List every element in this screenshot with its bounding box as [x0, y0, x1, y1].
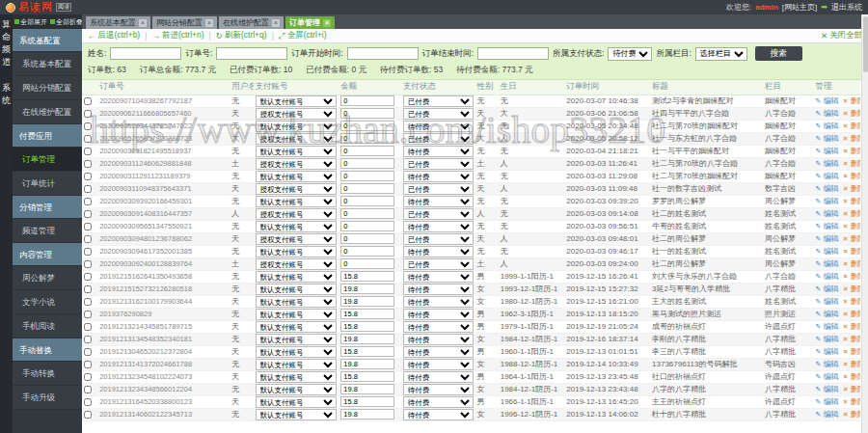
- delete-link[interactable]: ✕ 删除: [843, 209, 860, 218]
- pay-account-select[interactable]: 默认支付账号: [256, 196, 338, 207]
- amount-input[interactable]: [340, 171, 394, 181]
- row-checkbox[interactable]: [84, 361, 92, 368]
- pay-account-select[interactable]: 默认支付账号: [256, 346, 338, 358]
- pay-status-select[interactable]: 待付费: [403, 246, 474, 257]
- sidebar-group-header[interactable]: 手动替换: [13, 338, 82, 362]
- edit-link[interactable]: ✎ 编辑: [816, 222, 839, 230]
- pay-status-select[interactable]: 待付费: [403, 146, 474, 157]
- row-checkbox[interactable]: [84, 248, 92, 256]
- row-checkbox[interactable]: [84, 298, 92, 306]
- sidebar-group-header[interactable]: 内容管理: [13, 243, 82, 266]
- edit-link[interactable]: ✎ 编辑: [816, 360, 839, 368]
- pay-account-select[interactable]: 默认支付账号: [256, 95, 338, 107]
- pay-account-select[interactable]: 默认支付账号: [256, 321, 338, 333]
- row-checkbox[interactable]: [84, 173, 92, 180]
- amount-input[interactable]: [340, 208, 394, 219]
- expand-all-button[interactable]: 全部展开: [14, 17, 47, 27]
- edit-link[interactable]: ✎ 编辑: [816, 272, 839, 281]
- edit-link[interactable]: ✎ 编辑: [816, 147, 839, 155]
- pay-account-select[interactable]: 授权支付账号: [256, 258, 338, 270]
- delete-link[interactable]: ✕ 删除: [843, 259, 860, 268]
- edit-link[interactable]: ✎ 编辑: [816, 234, 839, 243]
- pay-status-select[interactable]: 待付费: [403, 221, 474, 232]
- amount-input[interactable]: [340, 309, 394, 319]
- row-checkbox[interactable]: [84, 373, 92, 381]
- pay-status-select[interactable]: 待付费: [403, 171, 474, 182]
- pay-account-select[interactable]: 默认支付账号: [256, 371, 338, 383]
- row-checkbox[interactable]: [84, 411, 92, 419]
- back-button[interactable]: ←后退(ctrl+b): [88, 30, 140, 41]
- row-checkbox[interactable]: [84, 323, 92, 331]
- name-input[interactable]: [110, 47, 181, 60]
- pay-account-select[interactable]: 授权支付账号: [256, 183, 338, 195]
- row-checkbox[interactable]: [84, 198, 92, 205]
- delete-link[interactable]: ✕ 删除: [843, 222, 860, 230]
- amount-input[interactable]: [340, 271, 394, 282]
- sidebar-item[interactable]: 在线维护配置: [13, 100, 82, 124]
- pay-status-select[interactable]: 待付费: [403, 396, 474, 408]
- row-checkbox[interactable]: [84, 185, 92, 193]
- edit-link[interactable]: ✎ 编辑: [816, 109, 839, 118]
- edit-link[interactable]: ✎ 编辑: [816, 134, 839, 143]
- search-button[interactable]: 搜索: [755, 46, 802, 61]
- row-checkbox[interactable]: [84, 273, 92, 281]
- row-checkbox[interactable]: [84, 336, 92, 343]
- edit-link[interactable]: ✎ 编辑: [816, 197, 839, 205]
- pay-status-select[interactable]: 待付费: [403, 309, 474, 320]
- pay-account-select[interactable]: 默认支付账号: [256, 396, 338, 408]
- pay-account-select[interactable]: 默认支付账号: [256, 146, 338, 157]
- edit-link[interactable]: ✎ 编辑: [816, 410, 839, 419]
- pay-status-select[interactable]: 待付费: [403, 359, 474, 370]
- table-scrollbar[interactable]: [861, 14, 868, 433]
- tab-close-icon[interactable]: ×: [139, 19, 147, 27]
- pay-status-select[interactable]: 待付费: [403, 296, 474, 308]
- sidebar-item[interactable]: 网站分销配置: [13, 76, 82, 100]
- amount-input[interactable]: [340, 246, 394, 257]
- sidebar-group-header[interactable]: 分销管理: [13, 196, 82, 219]
- pay-status-select[interactable]: 待付费: [403, 371, 474, 383]
- delete-link[interactable]: ✕ 删除: [843, 297, 860, 306]
- amount-input[interactable]: [340, 396, 394, 407]
- pay-account-select[interactable]: 授权支付账号: [256, 233, 338, 245]
- amount-input[interactable]: [340, 233, 394, 244]
- amount-input[interactable]: [340, 146, 394, 156]
- row-checkbox[interactable]: [84, 285, 92, 293]
- pay-status-select[interactable]: 待付费: [403, 121, 474, 132]
- pay-account-select[interactable]: 默认支付账号: [256, 171, 338, 182]
- delete-link[interactable]: ✕ 删除: [843, 184, 860, 193]
- pay-status-select[interactable]: 已付费: [403, 208, 474, 220]
- edit-link[interactable]: ✎ 编辑: [816, 122, 839, 130]
- pay-status-select[interactable]: 待付费: [403, 196, 474, 207]
- pay-account-select[interactable]: 默认支付账号: [256, 359, 338, 370]
- amount-input[interactable]: [340, 158, 394, 169]
- sidebar-item[interactable]: 手动转换: [13, 362, 82, 386]
- pay-account-select[interactable]: 默认支付账号: [256, 121, 338, 132]
- fullscreen-button[interactable]: ⤢全屏(ctrl+i): [279, 30, 327, 41]
- close-all-button[interactable]: ✕关闭全部: [821, 30, 862, 41]
- row-checkbox[interactable]: [84, 160, 92, 168]
- amount-input[interactable]: [340, 196, 394, 206]
- amount-input[interactable]: [340, 321, 394, 332]
- delete-link[interactable]: ✕ 删除: [843, 122, 860, 130]
- sidebar-item[interactable]: 系统基本配置: [13, 52, 82, 76]
- pay-status-select[interactable]: 待付费: [403, 409, 474, 420]
- delete-link[interactable]: ✕ 删除: [843, 197, 860, 205]
- sidebar-item[interactable]: 文学小说: [13, 290, 82, 314]
- pay-account-select[interactable]: 授权支付账号: [256, 133, 338, 145]
- pay-status-select[interactable]: 已付费: [403, 233, 474, 245]
- pay-account-select[interactable]: 默认支付账号: [256, 334, 338, 345]
- delete-link[interactable]: ✕ 删除: [843, 397, 860, 406]
- sidebar-item[interactable]: 订单统计: [13, 172, 82, 196]
- delete-link[interactable]: ✕ 删除: [843, 159, 860, 168]
- amount-input[interactable]: [340, 108, 394, 119]
- sidebar-group-header[interactable]: 系统基配置: [13, 29, 82, 52]
- edit-link[interactable]: ✎ 编辑: [816, 397, 839, 406]
- tab[interactable]: 网站分销配置×: [152, 16, 217, 29]
- delete-link[interactable]: ✕ 删除: [843, 147, 860, 155]
- pay-account-select[interactable]: 默认支付账号: [256, 246, 338, 257]
- edit-link[interactable]: ✎ 编辑: [816, 172, 839, 180]
- pay-status-select[interactable]: 已付费: [403, 258, 474, 270]
- edit-link[interactable]: ✎ 编辑: [816, 297, 839, 306]
- pay-account-select[interactable]: 默认支付账号: [256, 284, 338, 295]
- order-number-input[interactable]: [216, 47, 287, 60]
